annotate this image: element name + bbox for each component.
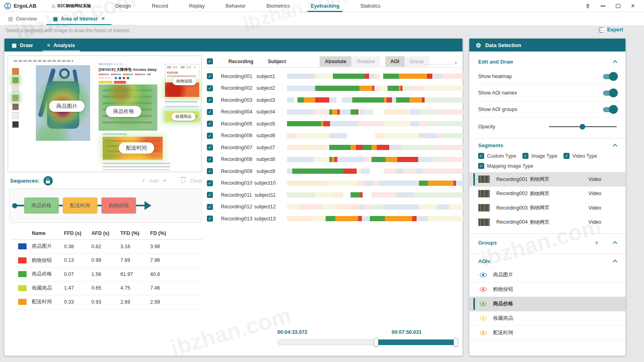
toggle-group[interactable]: Group — [405, 56, 429, 67]
aoi-item[interactable]: 收藏商品 — [469, 311, 625, 326]
toggle-relative[interactable]: Relative — [351, 56, 380, 67]
tab-area-of-interest[interactable]: ▣ Area of Interest ✕ — [45, 12, 113, 25]
tab-analysis[interactable]: ≡ Analysis — [40, 39, 82, 51]
recording-checkbox[interactable]: ✓ — [207, 204, 213, 210]
aoi-item[interactable]: 购物按钮 — [469, 282, 625, 297]
timeline-range-slider[interactable] — [277, 339, 457, 345]
add-sequence-button[interactable]: Add — [149, 178, 159, 184]
recording-row[interactable]: ✓Recording008subject8 — [204, 154, 463, 166]
project-selector[interactable]: ⌂ B2C购物网站实验 — [52, 3, 91, 9]
recording-checkbox[interactable]: ✓ — [207, 168, 213, 174]
recording-checkbox[interactable]: ✓ — [207, 109, 213, 115]
sequence-step[interactable]: 购物按钮 — [101, 197, 136, 214]
add-group-icon[interactable]: + — [594, 239, 599, 247]
segment-item[interactable]: Recording002购物网页Video — [469, 187, 625, 201]
segment-filter[interactable]: ✓Custom Type — [478, 153, 516, 159]
toggle-switch-on[interactable] — [603, 74, 617, 79]
segment-item[interactable]: Recording003购物网页Video — [469, 201, 625, 215]
recording-checkbox[interactable]: ✓ — [207, 156, 213, 162]
stimulus-thumbnail[interactable] — [12, 112, 19, 119]
filter-checkbox[interactable]: ✓ — [478, 163, 484, 169]
recording-row[interactable]: ✓Recording001subject1 — [204, 70, 463, 82]
stimulus-thumbnail[interactable] — [12, 121, 19, 128]
stimulus-thumbnail[interactable] — [12, 77, 19, 84]
recording-checkbox[interactable]: ✓ — [207, 180, 213, 186]
eye-visibility-icon[interactable] — [480, 316, 487, 321]
aoi-item[interactable]: 商品图片 — [469, 268, 625, 282]
recording-checkbox[interactable]: ✓ — [207, 133, 213, 139]
tab-close-icon[interactable]: ✕ — [101, 16, 105, 21]
eye-visibility-icon[interactable] — [480, 331, 487, 335]
toggle-aoi[interactable]: AOI — [385, 56, 405, 67]
segment-item[interactable]: Recording004购物网页Video — [469, 215, 625, 230]
recording-row[interactable]: ✓Recording010subject10 — [204, 177, 463, 189]
recording-row[interactable]: ✓Recording004subject4 — [204, 106, 463, 118]
range-handle-left[interactable] — [374, 338, 378, 347]
select-all-checkbox[interactable]: ✓ — [207, 58, 213, 64]
sequence-step[interactable]: 商品价格 — [24, 197, 59, 214]
collapse-icon[interactable] — [613, 241, 617, 245]
toggle-switch-on[interactable] — [603, 107, 617, 112]
eye-visibility-icon[interactable] — [480, 273, 487, 277]
recording-row[interactable]: ✓Recording012subject12 — [204, 201, 463, 213]
collapse-icon[interactable] — [613, 259, 617, 264]
aoi-label-delivery[interactable]: 配送时间 — [119, 142, 154, 154]
recording-checkbox[interactable]: ✓ — [207, 97, 213, 103]
sequence-step[interactable]: 配送时间 — [63, 197, 97, 214]
nav-item-design[interactable]: Design — [105, 0, 141, 12]
aoi-item[interactable]: 配送时间 — [469, 326, 625, 340]
nav-item-statistics[interactable]: Statistics — [350, 0, 391, 12]
nav-item-behavior[interactable]: Behavior — [215, 0, 256, 12]
lock-icon[interactable] — [43, 176, 53, 185]
recording-row[interactable]: ✓Recording002subject2 — [204, 82, 463, 95]
collapse-icon[interactable] — [613, 144, 617, 148]
clear-sequence-button[interactable]: Clear — [190, 178, 202, 184]
filter-checkbox[interactable]: ✓ — [564, 153, 570, 159]
close-icon[interactable]: ✕ — [631, 3, 635, 8]
tab-draw[interactable]: ▣ Draw — [4, 39, 40, 51]
stimulus-thumbnail[interactable] — [12, 86, 19, 93]
recording-row[interactable]: ✓Recording007subject7 — [204, 142, 463, 154]
stimulus-thumbnail[interactable] — [12, 103, 19, 110]
recording-checkbox[interactable]: ✓ — [207, 192, 213, 198]
toggle-absolute[interactable]: Absolute — [320, 56, 351, 67]
nav-item-replay[interactable]: Replay — [179, 0, 215, 12]
recording-checkbox[interactable]: ✓ — [207, 144, 213, 150]
recording-checkbox[interactable]: ✓ — [207, 73, 213, 79]
recording-row[interactable]: ✓Recording005subject5 — [204, 118, 463, 130]
aoi-item[interactable]: 商品价格 — [469, 297, 625, 311]
segment-filter[interactable]: ✓Image Type — [522, 153, 557, 159]
maximize-icon[interactable] — [616, 4, 620, 8]
nav-item-eyetracking[interactable]: Eyetracking — [300, 0, 350, 12]
eye-visibility-icon[interactable] — [480, 287, 487, 292]
segment-filter[interactable]: ✓Video Type — [564, 153, 597, 159]
stimulus-thumbnail[interactable] — [12, 95, 19, 101]
segment-item[interactable]: Recording001购物网页Video — [469, 172, 625, 187]
range-handle-right[interactable] — [454, 338, 458, 347]
eye-visibility-icon[interactable] — [480, 302, 487, 306]
recording-checkbox[interactable]: ✓ — [207, 216, 213, 222]
opacity-slider[interactable] — [549, 126, 617, 127]
recording-row[interactable]: ✓Recording009subject9 — [204, 165, 463, 177]
aoi-label-favorite[interactable]: 收藏商品 — [171, 113, 196, 121]
export-button[interactable]: Export — [599, 27, 623, 33]
recording-checkbox[interactable]: ✓ — [207, 85, 213, 91]
aoi-label-price[interactable]: 商品价格 — [106, 106, 141, 117]
nav-item-biometrics[interactable]: Biometrics — [256, 0, 300, 12]
recording-row[interactable]: ✓Recording006subject6 — [204, 130, 463, 142]
segment-filter[interactable]: ✓Mapping Image Type — [478, 163, 533, 169]
collapse-icon[interactable] — [613, 60, 617, 64]
filter-checkbox[interactable]: ✓ — [522, 153, 528, 159]
recording-checkbox[interactable]: ✓ — [207, 121, 213, 127]
opacity-slider-knob[interactable] — [580, 124, 585, 130]
minimize-icon[interactable] — [601, 6, 605, 6]
recording-row[interactable]: ✓Recording013subject13 — [204, 213, 463, 225]
tab-overview[interactable]: ▤ Overview — [0, 12, 45, 25]
toggle-switch-on[interactable] — [603, 90, 617, 96]
aoi-label-image[interactable]: 商品图片 — [49, 101, 85, 112]
upload-icon[interactable]: ⇧ — [585, 3, 590, 9]
nav-item-record[interactable]: Record — [141, 0, 178, 12]
filter-checkbox[interactable]: ✓ — [478, 153, 484, 159]
recording-row[interactable]: ✓Recording003subject3 — [204, 94, 463, 106]
recording-row[interactable]: ✓Recording011subject11 — [204, 189, 463, 201]
